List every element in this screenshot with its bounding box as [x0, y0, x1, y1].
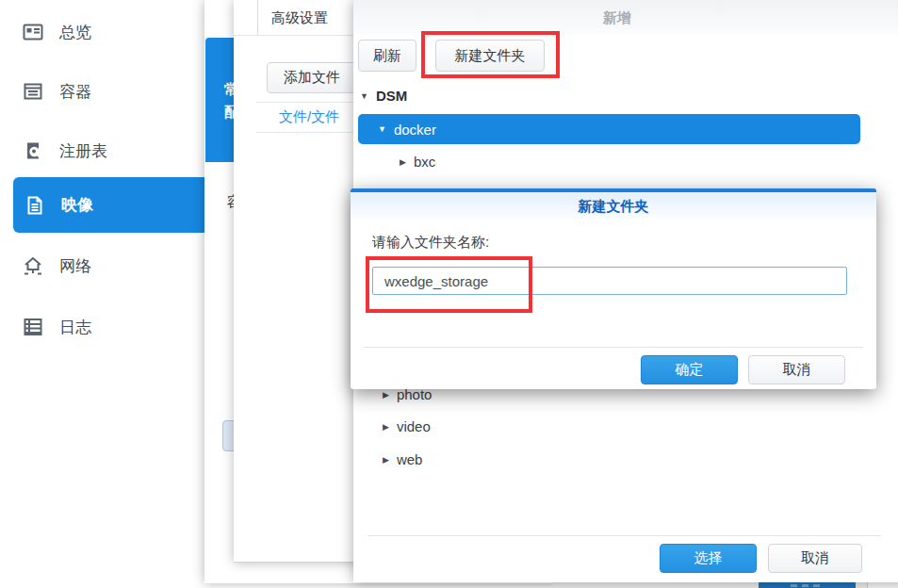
sidebar-item-label: 总览	[59, 22, 91, 43]
wizard-header-strip: 常 配	[205, 38, 234, 162]
image-icon	[23, 193, 47, 218]
wizard-step-fragment: 配	[224, 104, 234, 122]
tree-item-label: web	[397, 451, 423, 467]
caret-expanded-icon[interactable]: ▼	[360, 91, 368, 101]
modal-cancel-button[interactable]: 取消	[748, 355, 845, 384]
tree-item-label: bxc	[414, 154, 435, 170]
new-folder-modal-header: 新建文件夹	[351, 192, 876, 220]
tree-item-video[interactable]: ▶ video	[383, 418, 431, 434]
add-dialog-title: 新增	[353, 9, 881, 27]
background-cancel-button-sliver[interactable]	[867, 582, 898, 588]
caret-collapsed-icon[interactable]: ▶	[383, 455, 389, 465]
folder-name-prompt: 请输入文件夹名称:	[372, 234, 489, 252]
tree-item-label: DSM	[376, 88, 407, 104]
container-icon	[21, 79, 45, 104]
refresh-button[interactable]: 刷新	[358, 40, 416, 72]
divider	[364, 347, 863, 348]
ok-button[interactable]: 确定	[641, 355, 738, 384]
tree-item-label: docker	[394, 122, 436, 138]
cancel-button[interactable]: 取消	[768, 544, 862, 573]
tab-advanced-settings[interactable]: 高级设置	[271, 9, 328, 27]
sidebar-item-image[interactable]: 映像	[13, 177, 204, 233]
tab-divider	[257, 0, 258, 35]
folder-name-input[interactable]	[372, 267, 847, 295]
add-dialog-header: 新增	[353, 0, 898, 34]
tree-item-docker[interactable]: ▼ docker	[358, 114, 860, 144]
caret-collapsed-icon[interactable]: ▶	[383, 390, 389, 400]
new-folder-modal: 新建文件夹 请输入文件夹名称: 确定 取消	[351, 188, 876, 389]
sidebar-item-log[interactable]: 日志	[0, 300, 204, 354]
sidebar-item-overview[interactable]: 总览	[0, 5, 204, 59]
wizard-step-fragment: 常	[224, 81, 234, 99]
tree-item-bxc[interactable]: ▶ bxc	[400, 154, 435, 170]
background-apply-button-sliver[interactable]	[759, 582, 856, 588]
caret-collapsed-icon[interactable]: ▶	[383, 422, 389, 432]
caret-collapsed-icon[interactable]: ▶	[400, 157, 406, 167]
sidebar: 总览 容器 注册表 映像 网络	[0, 0, 204, 588]
caret-expanded-icon[interactable]: ▼	[378, 124, 386, 134]
tree-item-dsm[interactable]: ▼ DSM	[360, 88, 407, 104]
sidebar-item-label: 容器	[59, 81, 91, 103]
sidebar-item-label: 网络	[59, 255, 91, 277]
background-window-footer-sliver	[551, 581, 898, 588]
sidebar-item-label: 日志	[59, 317, 91, 338]
sidebar-item-label: 注册表	[59, 140, 107, 162]
sidebar-item-container[interactable]: 容器	[0, 64, 204, 119]
tree-item-label: video	[397, 418, 431, 434]
sidebar-item-label: 映像	[61, 194, 93, 216]
file-column-link[interactable]: 文件/文件	[279, 108, 339, 126]
network-icon	[21, 253, 45, 278]
registry-icon	[21, 139, 45, 163]
log-icon	[21, 315, 45, 339]
divider	[367, 535, 881, 536]
screen: 总览 容器 注册表 映像 网络	[0, 0, 898, 588]
new-folder-modal-title: 新建文件夹	[351, 198, 876, 216]
new-folder-button[interactable]: 新建文件夹	[435, 40, 545, 72]
select-button[interactable]: 选择	[660, 544, 757, 573]
tree-item-web[interactable]: ▶ web	[383, 451, 422, 467]
sidebar-item-registry[interactable]: 注册表	[0, 123, 204, 178]
overview-icon	[21, 20, 45, 44]
sidebar-item-network[interactable]: 网络	[0, 238, 204, 293]
